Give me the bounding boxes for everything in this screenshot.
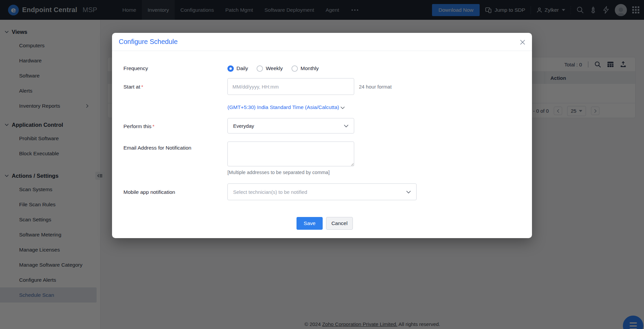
start-at-label: Start at*	[123, 84, 143, 90]
configure-schedule-modal: Configure Schedule Frequency Daily Weekl…	[112, 33, 532, 238]
save-button[interactable]: Save	[297, 217, 323, 230]
email-textarea[interactable]	[227, 142, 354, 166]
radio-monthly[interactable]: Monthly	[291, 65, 319, 72]
chevron-down-icon	[344, 124, 348, 127]
radio-monthly-label: Monthly	[301, 65, 319, 71]
perform-this-label: Perform this*	[123, 123, 155, 129]
technician-select[interactable]: Select technician(s) to be notified	[227, 183, 417, 200]
timezone-label: (GMT+5:30) India Standard Time (Asia/Cal…	[227, 104, 339, 110]
timezone-link[interactable]: (GMT+5:30) India Standard Time (Asia/Cal…	[227, 104, 345, 111]
close-icon[interactable]	[518, 38, 527, 47]
cancel-button[interactable]: Cancel	[326, 217, 353, 230]
chevron-down-icon	[340, 105, 345, 111]
email-label: Email Address for Notification	[123, 145, 191, 151]
radio-weekly[interactable]: Weekly	[257, 65, 283, 72]
frequency-label: Frequency	[123, 65, 148, 71]
radio-daily-icon	[227, 65, 234, 72]
radio-weekly-icon	[257, 65, 263, 72]
radio-daily[interactable]: Daily	[227, 65, 248, 72]
required-asterisk: *	[153, 123, 155, 129]
mobile-notification-label: Mobile app notification	[123, 189, 175, 195]
required-asterisk: *	[141, 84, 143, 90]
radio-weekly-label: Weekly	[266, 65, 283, 71]
start-at-input[interactable]	[227, 78, 354, 95]
perform-this-select[interactable]: Everyday	[227, 118, 354, 133]
chevron-down-icon	[406, 190, 411, 194]
modal-title: Configure Schedule	[119, 38, 178, 46]
email-hint: [Multiple addresses to be separated by c…	[227, 170, 330, 175]
perform-this-value: Everyday	[233, 123, 254, 129]
radio-daily-label: Daily	[236, 65, 248, 71]
radio-monthly-icon	[291, 65, 298, 72]
technician-select-placeholder: Select technician(s) to be notified	[233, 189, 307, 195]
modal-header: Configure Schedule	[112, 33, 532, 51]
format-hint: 24 hour format	[359, 84, 392, 90]
frequency-radio-group: Daily Weekly Monthly	[227, 62, 319, 74]
